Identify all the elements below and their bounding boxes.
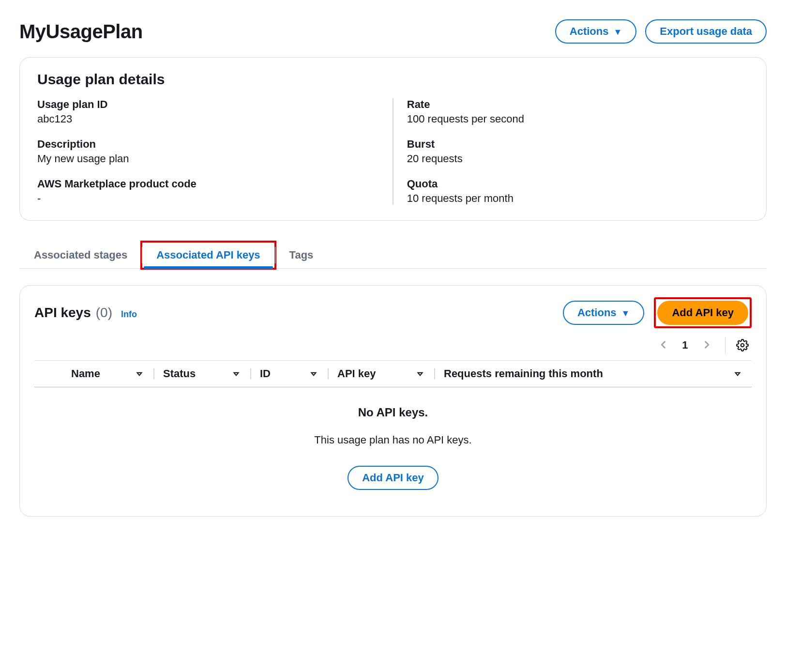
caret-down-icon: ▼ [621, 309, 630, 318]
svg-marker-5 [736, 373, 740, 376]
add-api-key-label: Add API key [672, 306, 734, 319]
api-keys-actions-label: Actions [577, 306, 617, 319]
col-remaining-label: Requests remaining this month [444, 367, 603, 380]
tabs: Associated stages Associated API keys Ta… [19, 242, 767, 269]
page-title: MyUsagePlan [19, 21, 143, 43]
add-api-key-button[interactable]: Add API key [657, 301, 748, 325]
col-remaining[interactable]: Requests remaining this month [434, 367, 752, 380]
details-label: Quota [407, 178, 749, 190]
details-label: Rate [407, 98, 749, 111]
actions-button-label: Actions [570, 25, 609, 38]
table-header: Name Status ID API key Requests remainin… [34, 360, 752, 387]
add-api-key-highlight: Add API key [654, 297, 752, 328]
api-keys-title: API keys [34, 305, 91, 321]
col-apikey-label: API key [337, 367, 376, 380]
settings-button[interactable] [736, 339, 749, 351]
gear-icon [736, 339, 749, 351]
svg-point-0 [741, 344, 744, 347]
tab-associated-stages[interactable]: Associated stages [19, 242, 142, 268]
details-label: Burst [407, 138, 749, 151]
export-usage-button[interactable]: Export usage data [645, 19, 767, 44]
caret-down-icon: ▼ [613, 28, 622, 36]
info-link[interactable]: Info [121, 309, 137, 320]
vertical-divider [393, 98, 393, 205]
empty-add-api-key-label: Add API key [362, 472, 424, 484]
api-keys-panel: API keys (0) Info Actions ▼ Add API key [19, 285, 767, 517]
pager-divider [725, 337, 726, 353]
details-title: Usage plan details [37, 71, 749, 88]
col-status[interactable]: Status [153, 367, 250, 380]
details-value: - [37, 192, 379, 205]
tab-tags[interactable]: Tags [275, 242, 328, 268]
details-value: 10 requests per month [407, 192, 749, 205]
empty-title: No API keys. [34, 406, 752, 419]
empty-subtitle: This usage plan has no API keys. [34, 434, 752, 446]
col-apikey[interactable]: API key [328, 367, 434, 380]
col-id[interactable]: ID [250, 367, 328, 380]
api-keys-actions-button[interactable]: Actions ▼ [563, 301, 645, 325]
details-value: My new usage plan [37, 153, 379, 165]
svg-marker-2 [234, 373, 239, 376]
svg-marker-1 [137, 373, 142, 376]
col-name-label: Name [71, 367, 100, 380]
details-value: 20 requests [407, 153, 749, 165]
sort-icon [232, 369, 241, 378]
svg-marker-4 [418, 373, 423, 376]
sort-icon [416, 369, 424, 378]
pager-prev-icon[interactable] [656, 338, 671, 353]
details-label: Usage plan ID [37, 98, 379, 111]
pager-current-page: 1 [682, 339, 688, 351]
empty-add-api-key-button[interactable]: Add API key [348, 466, 438, 490]
empty-state: No API keys. This usage plan has no API … [34, 387, 752, 495]
col-id-label: ID [260, 367, 271, 380]
sort-icon [309, 369, 318, 378]
actions-button[interactable]: Actions ▼ [555, 19, 637, 44]
usage-plan-details-card: Usage plan details Usage plan ID abc123 … [19, 57, 767, 221]
details-value: abc123 [37, 113, 379, 125]
col-status-label: Status [163, 367, 196, 380]
svg-marker-3 [312, 373, 316, 376]
api-keys-count: (0) [96, 305, 112, 321]
details-value: 100 requests per second [407, 113, 749, 125]
export-usage-label: Export usage data [660, 25, 752, 38]
pager-next-icon[interactable] [699, 338, 714, 353]
sort-icon [733, 369, 742, 378]
details-label: Description [37, 138, 379, 151]
details-label: AWS Marketplace product code [37, 178, 379, 190]
sort-icon [135, 369, 144, 378]
col-name[interactable]: Name [61, 367, 153, 380]
tab-associated-api-keys[interactable]: Associated API keys [142, 242, 274, 268]
